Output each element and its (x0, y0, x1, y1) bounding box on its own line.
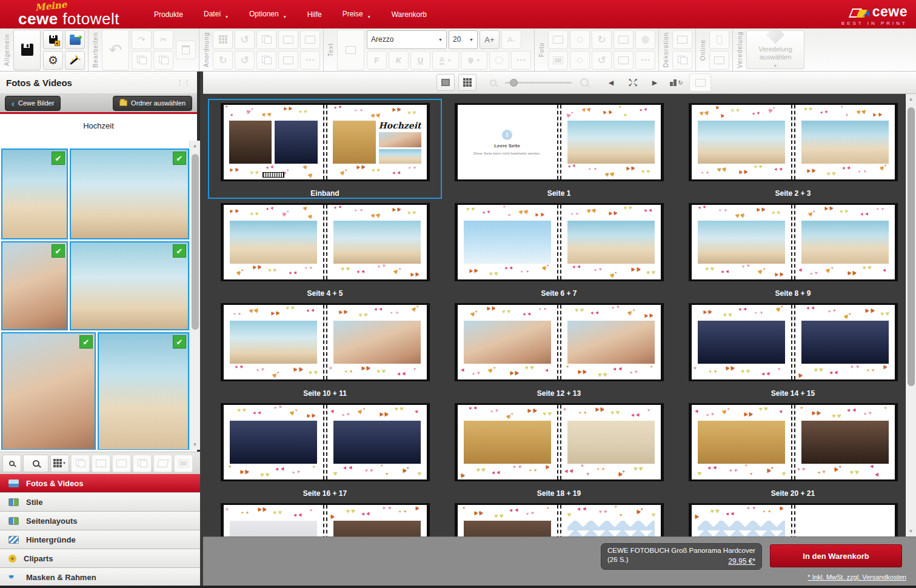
spread-seite-18-19[interactable]: ♥♥♥♥♥♥♥♥♥♥♥♥♥♥♥♥♥♥♥♥♥♥♥♥♥♥♥♥♥♥♥♥♥♥♥♥♥♥♥♥… (442, 399, 676, 499)
scroll-up-icon[interactable]: ▲ (906, 96, 916, 102)
menu-item-preise[interactable]: Preise▼ (334, 6, 379, 22)
menu-item-hilfe[interactable]: Hilfe (299, 7, 330, 22)
previous-page-button[interactable]: ◀ (602, 74, 620, 91)
spread-einband[interactable]: ♥♥♥♥♥♥♥♥♥♥♥♥♥♥♥♥♥♥♥♥♥♥♥♥♥♥♥♥♥♥Hochzeit♥♥… (208, 99, 442, 199)
heart-icon: ♥ (864, 211, 870, 217)
spread-partial-14[interactable]: ♥♥♥♥♥♥♥♥♥♥♥♥♥♥♥♥♥♥♥♥ (676, 499, 905, 536)
heart-icon: ♥ (507, 309, 511, 315)
spread-seite-12-13[interactable]: ♥♥♥♥♥♥♥♥♥♥♥♥♥♥♥♥♥♥♥♥♥♥♥♥♥♥♥♥♥♥♥♥♥♥♥♥♥♥♥♥… (442, 299, 676, 399)
tax-shipping-link[interactable]: * Inkl. MwSt. zzgl. Versandkosten (807, 573, 906, 581)
category-fotos-videos[interactable]: Fotos & Videos (0, 474, 200, 493)
heart-icon: ♥ (273, 267, 277, 273)
single-page-icon (441, 79, 450, 86)
heart-icon: ♥ (852, 407, 858, 414)
spread-seite-20-21[interactable]: ♥♥♥♥♥♥♥♥♥♥♥♥♥♥♥♥♥♥♥♥♥♥♥♥♥♥♥♥♥♥♥♥♥♥♥♥♥♥♥♥… (676, 399, 905, 499)
open-project-button[interactable]: ➔ (65, 30, 85, 49)
settings-button[interactable]: ⚙ (43, 51, 63, 70)
chevron-down-icon: ▼ (774, 64, 778, 68)
heart-icon: ♥ (494, 513, 498, 520)
menu-item-produkte[interactable]: Produkte (145, 7, 192, 22)
menu-item-optionen[interactable]: Optionen▼ (241, 6, 295, 22)
shapes-icon (678, 56, 687, 64)
spread-seite-1[interactable]: iLeere SeiteDiese Seite kann nicht bearb… (442, 99, 676, 199)
heart-icon: ♥ (715, 507, 720, 515)
category-seitenlayouts[interactable]: Seitenlayouts (0, 512, 200, 530)
back-cewe-bilder-button[interactable]: ‹ Cewe Bilder (5, 96, 61, 111)
spread-seite-4-5[interactable]: ♥♥♥♥♥♥♥♥♥♥♥♥♥♥♥♥♥♥♥♥♥♥♥♥♥♥♥♥♥♥♥♥♥♥♥♥♥♥♥♥… (208, 199, 442, 299)
photo-thumbnail[interactable]: ✔ (70, 241, 189, 330)
heart-icon: ♥ (228, 208, 234, 215)
category-masken-rahmen[interactable]: ♥♥Masken & Rahmen (0, 568, 200, 587)
assistant-button[interactable]: ★★★ (65, 51, 85, 70)
font-family-select[interactable]: Arezzo▼ (367, 30, 447, 49)
hearts-decoration: ♥♥♥♥♥♥♥♥♥♥ (327, 364, 427, 379)
photo-thumbnail[interactable]: ✔ (1, 149, 68, 239)
veredelung-button[interactable]: Veredelung auswählen ▼ (746, 30, 804, 69)
heart-icon: ♥ (233, 312, 236, 316)
heart-icon: ♥ (280, 466, 286, 473)
heart-icon: ♥ (619, 513, 623, 518)
heart-icon: ♥ (509, 265, 515, 271)
spread-seite-8-9[interactable]: ♥♥♥♥♥♥♥♥♥♥♥♥♥♥♥♥♥♥♥♥♥♥♥♥♥♥♥♥♥♥♥♥♥♥♥♥♥♥♥♥… (676, 199, 905, 299)
zoom-slider[interactable] (505, 82, 572, 84)
choose-folder-button[interactable]: Ordner auswählen (113, 96, 192, 111)
font-bigger-button[interactable]: A+ (480, 30, 500, 49)
heart-icon: ♥ (255, 170, 259, 176)
scroll-up-icon[interactable]: ▲ (190, 143, 200, 149)
photo-thumbnail[interactable]: ✔ (70, 149, 189, 239)
price-link[interactable]: 29,95 €* (728, 557, 755, 567)
photo-thumbnail[interactable]: ✔ (98, 332, 189, 450)
save-as-button[interactable]: ▾ (43, 30, 63, 49)
book-spread: ♥♥♥♥♥♥♥♥♥♥♥♥♥♥♥♥♥♥♥♥♥♥♥♥♥♥♥♥♥♥♥♥♥♥♥♥♥♥♥♥ (455, 503, 664, 536)
stripes-icon (8, 536, 19, 544)
category-cliparts[interactable]: Cliparts (0, 549, 200, 568)
zoom-in-thumbs-button[interactable] (23, 455, 48, 472)
font-size-value: 20 (453, 35, 461, 44)
zoom-out-thumbs-button[interactable] (2, 455, 21, 472)
fit-to-window-button[interactable]: ↖↗↙↘ (624, 74, 642, 91)
heart-icon: ♥ (273, 510, 277, 516)
heart-icon: ♥ (261, 111, 267, 118)
scrollbar-thumb[interactable] (192, 154, 199, 330)
add-to-cart-button[interactable]: In den Warenkorb (770, 544, 902, 567)
scrollbar-thumb[interactable] (908, 107, 915, 386)
heart-icon: ♥ (522, 312, 527, 317)
layout-right-button (112, 455, 131, 472)
spread-seite-16-17[interactable]: ♥♥♥♥♥♥♥♥♥♥♥♥♥♥♥♥♥♥♥♥♥♥♥♥♥♥♥♥♥♥♥♥♥♥♥♥♥♥♥♥… (208, 399, 442, 499)
heart-icon: ♥ (459, 471, 467, 479)
heart-icon: ♥ (527, 311, 532, 317)
page-photo (333, 221, 421, 264)
hearts-decoration: ♥♥♥♥♥♥♥♥♥♥ (795, 264, 895, 279)
zoom-slider-knob[interactable] (510, 79, 518, 87)
grid-view-button[interactable] (458, 74, 476, 91)
next-page-button[interactable]: ▶ (646, 74, 664, 91)
single-page-view-button[interactable] (436, 74, 455, 91)
save-button[interactable] (13, 30, 41, 70)
menu-item-datei[interactable]: Datei▼ (195, 6, 237, 22)
spread-seite-14-15[interactable]: ♥♥♥♥♥♥♥♥♥♥♥♥♥♥♥♥♥♥♥♥♥♥♥♥♥♥♥♥♥♥♥♥♥♥♥♥♥♥♥♥… (676, 299, 905, 399)
scroll-down-icon[interactable]: ▼ (906, 529, 916, 534)
spread-seite-10-11[interactable]: ♥♥♥♥♥♥♥♥♥♥♥♥♥♥♥♥♥♥♥♥♥♥♥♥♥♥♥♥♥♥♥♥♥♥♥♥♥♥♥♥… (208, 299, 442, 399)
menu-item-warenkorb[interactable]: Warenkorb (383, 7, 435, 22)
heart-icon: ♥ (710, 266, 715, 272)
page-photo (464, 521, 551, 536)
spread-partial-13[interactable]: ♥♥♥♥♥♥♥♥♥♥♥♥♥♥♥♥♥♥♥♥♥♥♥♥♥♥♥♥♥♥♥♥♥♥♥♥♥♥♥♥ (442, 499, 676, 536)
category-hintergr-nde[interactable]: Hintergründe (0, 530, 200, 549)
book-spread: ♥♥♥♥♥♥♥♥♥♥♥♥♥♥♥♥♥♥♥♥♥♥♥♥♥♥♥♥♥♥♥♥♥♥♥♥♥♥♥♥ (689, 103, 898, 181)
spread-seite-2-3[interactable]: ♥♥♥♥♥♥♥♥♥♥♥♥♥♥♥♥♥♥♥♥♥♥♥♥♥♥♥♥♥♥♥♥♥♥♥♥♥♥♥♥… (676, 99, 905, 199)
spread-seite-6-7[interactable]: ♥♥♥♥♥♥♥♥♥♥♥♥♥♥♥♥♥♥♥♥♥♥♥♥♥♥♥♥♥♥♥♥♥♥♥♥♥♥♥♥… (442, 199, 676, 299)
book-spread: ♥♥♥♥♥♥♥♥♥♥♥♥♥♥♥♥♥♥♥♥♥♥♥♥♥♥♥♥♥♥♥♥♥♥♥♥♥♥♥♥ (455, 203, 664, 281)
spread-partial-12[interactable]: ♥♥♥♥♥♥♥♥♥♥♥♥♥♥♥♥♥♥♥♥♥♥♥♥♥♥♥♥♥♥♥♥♥♥♥♥♥♥♥♥ (208, 499, 442, 536)
font-size-select[interactable]: 20▼ (449, 30, 478, 49)
scroll-down-icon[interactable]: ▼ (190, 442, 200, 447)
back-chevron-icon: ‹ (12, 99, 15, 108)
heart-icon: ♥ (639, 107, 643, 112)
heart-icon: ♥ (590, 310, 595, 316)
photo-thumbnail[interactable]: ✔ (1, 241, 68, 330)
rearrange-pages-button[interactable]: ↻ (667, 74, 686, 91)
heart-icon: ♥ (649, 207, 654, 213)
category-stile[interactable]: Stile (0, 493, 200, 512)
panel-drag-handle-icon[interactable]: ⋮⋮ (176, 79, 191, 87)
photo-thumbnail[interactable]: ✔ (1, 332, 96, 450)
view-grid-button[interactable]: ▼ (50, 455, 69, 472)
